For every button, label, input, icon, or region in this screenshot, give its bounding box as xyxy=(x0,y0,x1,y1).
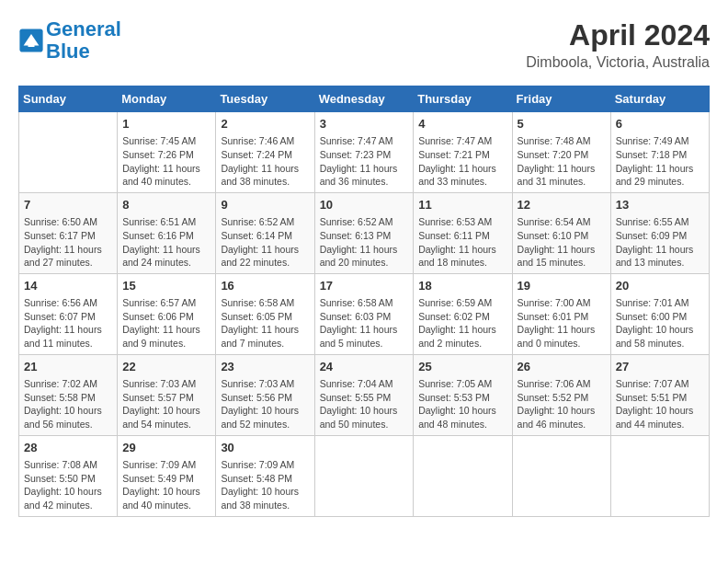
day-number: 10 xyxy=(320,197,409,213)
day-number: 12 xyxy=(518,197,606,213)
month-title: April 2024 xyxy=(526,18,710,52)
day-info: Sunrise: 6:59 AM Sunset: 6:02 PM Dayligh… xyxy=(418,296,506,350)
day-info: Sunrise: 7:03 AM Sunset: 5:56 PM Dayligh… xyxy=(221,377,309,431)
week-row-1: 1Sunrise: 7:45 AM Sunset: 7:26 PM Daylig… xyxy=(19,112,710,193)
week-row-3: 14Sunrise: 6:56 AM Sunset: 6:07 PM Dayli… xyxy=(19,273,710,354)
day-cell: 16Sunrise: 6:58 AM Sunset: 6:05 PM Dayli… xyxy=(216,273,314,354)
day-number: 27 xyxy=(616,359,704,375)
day-cell: 30Sunrise: 7:09 AM Sunset: 5:48 PM Dayli… xyxy=(216,435,314,516)
day-info: Sunrise: 6:57 AM Sunset: 6:06 PM Dayligh… xyxy=(122,296,210,350)
day-cell: 3Sunrise: 7:47 AM Sunset: 7:23 PM Daylig… xyxy=(314,112,414,193)
day-info: Sunrise: 6:50 AM Sunset: 6:17 PM Dayligh… xyxy=(24,215,112,270)
calendar-table: SundayMondayTuesdayWednesdayThursdayFrid… xyxy=(18,86,710,517)
day-cell: 22Sunrise: 7:03 AM Sunset: 5:57 PM Dayli… xyxy=(118,354,216,435)
day-info: Sunrise: 6:53 AM Sunset: 6:11 PM Dayligh… xyxy=(418,215,506,270)
day-cell: 7Sunrise: 6:50 AM Sunset: 6:17 PM Daylig… xyxy=(19,192,118,273)
day-cell: 6Sunrise: 7:49 AM Sunset: 7:18 PM Daylig… xyxy=(610,112,709,193)
header-cell-sunday: Sunday xyxy=(19,86,118,112)
calendar-header: SundayMondayTuesdayWednesdayThursdayFrid… xyxy=(19,86,710,112)
day-cell: 17Sunrise: 6:58 AM Sunset: 6:03 PM Dayli… xyxy=(314,273,414,354)
day-number: 19 xyxy=(518,278,606,294)
day-info: Sunrise: 7:47 AM Sunset: 7:23 PM Dayligh… xyxy=(320,134,409,189)
day-cell: 29Sunrise: 7:09 AM Sunset: 5:49 PM Dayli… xyxy=(118,435,216,516)
logo: General Blue xyxy=(18,18,121,63)
header-cell-wednesday: Wednesday xyxy=(314,86,414,112)
day-cell: 21Sunrise: 7:02 AM Sunset: 5:58 PM Dayli… xyxy=(19,354,118,435)
day-cell xyxy=(314,435,414,516)
day-number: 14 xyxy=(24,278,112,294)
day-number: 22 xyxy=(122,359,210,375)
logo-text: General Blue xyxy=(46,18,121,63)
week-row-4: 21Sunrise: 7:02 AM Sunset: 5:58 PM Dayli… xyxy=(19,354,710,435)
day-number: 9 xyxy=(221,197,309,213)
day-number: 23 xyxy=(221,359,309,375)
day-info: Sunrise: 6:58 AM Sunset: 6:03 PM Dayligh… xyxy=(320,296,409,350)
day-info: Sunrise: 6:56 AM Sunset: 6:07 PM Dayligh… xyxy=(24,296,112,350)
header-cell-friday: Friday xyxy=(512,86,610,112)
header-cell-tuesday: Tuesday xyxy=(216,86,314,112)
day-cell: 8Sunrise: 6:51 AM Sunset: 6:16 PM Daylig… xyxy=(118,192,216,273)
day-info: Sunrise: 7:09 AM Sunset: 5:49 PM Dayligh… xyxy=(122,458,210,512)
day-number: 15 xyxy=(122,278,210,294)
day-number: 30 xyxy=(221,440,309,456)
day-cell: 15Sunrise: 6:57 AM Sunset: 6:06 PM Dayli… xyxy=(118,273,216,354)
day-number: 8 xyxy=(122,197,210,213)
day-info: Sunrise: 7:09 AM Sunset: 5:48 PM Dayligh… xyxy=(221,458,309,512)
day-number: 1 xyxy=(122,116,210,132)
day-info: Sunrise: 7:05 AM Sunset: 5:53 PM Dayligh… xyxy=(418,377,506,431)
day-cell: 26Sunrise: 7:06 AM Sunset: 5:52 PM Dayli… xyxy=(512,354,610,435)
day-number: 29 xyxy=(122,440,210,456)
day-info: Sunrise: 7:03 AM Sunset: 5:57 PM Dayligh… xyxy=(122,377,210,431)
day-cell: 28Sunrise: 7:08 AM Sunset: 5:50 PM Dayli… xyxy=(19,435,118,516)
day-info: Sunrise: 7:07 AM Sunset: 5:51 PM Dayligh… xyxy=(616,377,704,431)
day-cell xyxy=(414,435,512,516)
svg-rect-2 xyxy=(28,40,35,47)
week-row-2: 7Sunrise: 6:50 AM Sunset: 6:17 PM Daylig… xyxy=(19,192,710,273)
header-cell-thursday: Thursday xyxy=(414,86,512,112)
day-info: Sunrise: 7:08 AM Sunset: 5:50 PM Dayligh… xyxy=(24,458,112,512)
day-number: 11 xyxy=(418,197,506,213)
day-cell xyxy=(512,435,610,516)
day-info: Sunrise: 6:58 AM Sunset: 6:05 PM Dayligh… xyxy=(221,296,309,350)
day-number: 25 xyxy=(418,359,506,375)
day-info: Sunrise: 7:00 AM Sunset: 6:01 PM Dayligh… xyxy=(518,296,606,350)
day-cell: 2Sunrise: 7:46 AM Sunset: 7:24 PM Daylig… xyxy=(216,112,314,193)
day-cell xyxy=(19,112,118,193)
day-cell xyxy=(610,435,709,516)
day-cell: 20Sunrise: 7:01 AM Sunset: 6:00 PM Dayli… xyxy=(610,273,709,354)
day-cell: 10Sunrise: 6:52 AM Sunset: 6:13 PM Dayli… xyxy=(314,192,414,273)
logo-icon xyxy=(18,28,44,53)
day-info: Sunrise: 7:49 AM Sunset: 7:18 PM Dayligh… xyxy=(616,134,704,189)
day-cell: 1Sunrise: 7:45 AM Sunset: 7:26 PM Daylig… xyxy=(118,112,216,193)
day-info: Sunrise: 6:52 AM Sunset: 6:14 PM Dayligh… xyxy=(221,215,309,270)
day-number: 26 xyxy=(518,359,606,375)
day-cell: 23Sunrise: 7:03 AM Sunset: 5:56 PM Dayli… xyxy=(216,354,314,435)
day-cell: 19Sunrise: 7:00 AM Sunset: 6:01 PM Dayli… xyxy=(512,273,610,354)
day-cell: 14Sunrise: 6:56 AM Sunset: 6:07 PM Dayli… xyxy=(19,273,118,354)
day-number: 16 xyxy=(221,278,309,294)
day-number: 3 xyxy=(320,116,409,132)
day-number: 20 xyxy=(616,278,704,294)
day-number: 17 xyxy=(320,278,409,294)
day-info: Sunrise: 7:04 AM Sunset: 5:55 PM Dayligh… xyxy=(320,377,409,431)
day-info: Sunrise: 6:54 AM Sunset: 6:10 PM Dayligh… xyxy=(518,215,606,270)
day-number: 13 xyxy=(616,197,704,213)
day-number: 2 xyxy=(221,116,309,132)
day-info: Sunrise: 6:51 AM Sunset: 6:16 PM Dayligh… xyxy=(122,215,210,270)
day-cell: 13Sunrise: 6:55 AM Sunset: 6:09 PM Dayli… xyxy=(610,192,709,273)
title-area: April 2024 Dimboola, Victoria, Australia xyxy=(526,18,710,71)
day-number: 24 xyxy=(320,359,409,375)
logo-line2: Blue xyxy=(46,40,90,63)
day-info: Sunrise: 7:47 AM Sunset: 7:21 PM Dayligh… xyxy=(418,134,506,189)
day-cell: 12Sunrise: 6:54 AM Sunset: 6:10 PM Dayli… xyxy=(512,192,610,273)
logo-line1: General xyxy=(46,17,121,40)
day-number: 4 xyxy=(418,116,506,132)
day-number: 21 xyxy=(24,359,112,375)
day-info: Sunrise: 7:06 AM Sunset: 5:52 PM Dayligh… xyxy=(518,377,606,431)
calendar-body: 1Sunrise: 7:45 AM Sunset: 7:26 PM Daylig… xyxy=(19,112,710,517)
day-cell: 4Sunrise: 7:47 AM Sunset: 7:21 PM Daylig… xyxy=(414,112,512,193)
day-number: 28 xyxy=(24,440,112,456)
day-number: 18 xyxy=(418,278,506,294)
day-cell: 5Sunrise: 7:48 AM Sunset: 7:20 PM Daylig… xyxy=(512,112,610,193)
day-cell: 24Sunrise: 7:04 AM Sunset: 5:55 PM Dayli… xyxy=(314,354,414,435)
